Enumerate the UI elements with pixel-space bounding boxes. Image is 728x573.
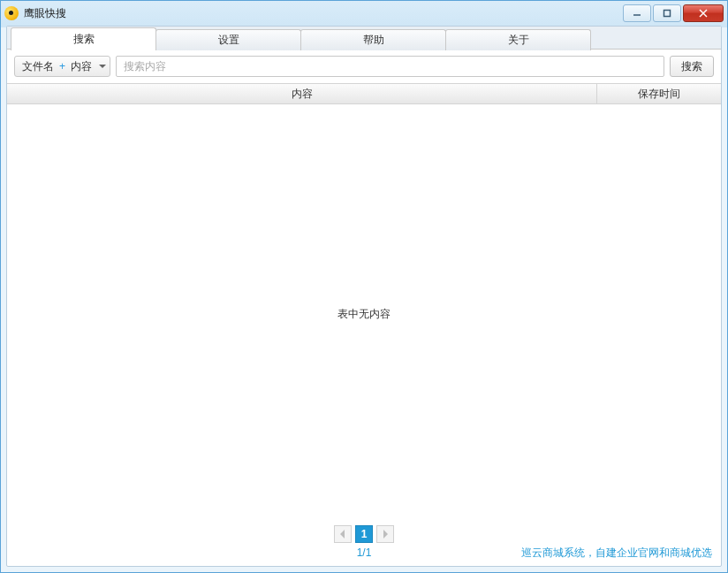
client-area: 搜索 设置 帮助 关于 文件名+内容 搜索 内容 保存时间 表中无内容 <box>6 26 722 567</box>
dropdown-plus: + <box>59 60 65 73</box>
tab-label: 搜索 <box>73 32 95 47</box>
tab-label: 帮助 <box>363 33 384 48</box>
app-window: 鹰眼快搜 搜索 设置 帮助 关于 文件名+内容 搜索 <box>0 0 728 573</box>
search-button[interactable]: 搜索 <box>670 56 714 77</box>
close-button[interactable] <box>683 4 724 22</box>
prev-page-button[interactable] <box>334 525 352 543</box>
minimize-icon <box>633 9 641 18</box>
tab-bar: 搜索 设置 帮助 关于 <box>7 27 721 50</box>
column-header-content[interactable]: 内容 <box>7 84 597 103</box>
next-page-button[interactable] <box>376 525 394 543</box>
close-icon <box>699 9 708 18</box>
search-input[interactable] <box>116 56 664 77</box>
window-controls <box>623 4 724 22</box>
app-icon <box>4 6 19 20</box>
empty-message: 表中无内容 <box>337 307 391 322</box>
page-number[interactable]: 1 <box>355 525 373 543</box>
pagination: 1 <box>7 522 721 543</box>
dropdown-prefix: 文件名 <box>22 59 54 74</box>
tab-help[interactable]: 帮助 <box>300 29 446 50</box>
search-scope-dropdown[interactable]: 文件名+内容 <box>14 56 110 77</box>
tab-about[interactable]: 关于 <box>445 29 591 50</box>
promo-link[interactable]: 巡云商城系统，自建企业官网和商城优选 <box>521 546 712 561</box>
minimize-button[interactable] <box>623 4 651 22</box>
svg-rect-1 <box>664 11 671 17</box>
svg-marker-5 <box>383 530 388 539</box>
search-bar: 文件名+内容 搜索 <box>7 50 721 83</box>
footer: 1 1/1 巡云商城系统，自建企业官网和商城优选 <box>7 522 721 566</box>
tab-search[interactable]: 搜索 <box>11 27 156 50</box>
table-header: 内容 保存时间 <box>7 83 721 104</box>
chevron-left-icon <box>339 530 346 539</box>
dropdown-suffix: 内容 <box>71 59 92 74</box>
tab-label: 设置 <box>218 33 239 48</box>
maximize-icon <box>663 9 671 18</box>
table-body: 表中无内容 <box>7 106 721 522</box>
window-title: 鹰眼快搜 <box>24 6 623 21</box>
maximize-button[interactable] <box>653 4 681 22</box>
chevron-down-icon <box>99 65 106 68</box>
tab-label: 关于 <box>508 33 529 48</box>
tab-settings[interactable]: 设置 <box>155 29 301 50</box>
chevron-right-icon <box>382 530 389 539</box>
column-header-save-time[interactable]: 保存时间 <box>597 84 721 103</box>
titlebar: 鹰眼快搜 <box>1 1 727 26</box>
svg-marker-4 <box>340 530 345 539</box>
